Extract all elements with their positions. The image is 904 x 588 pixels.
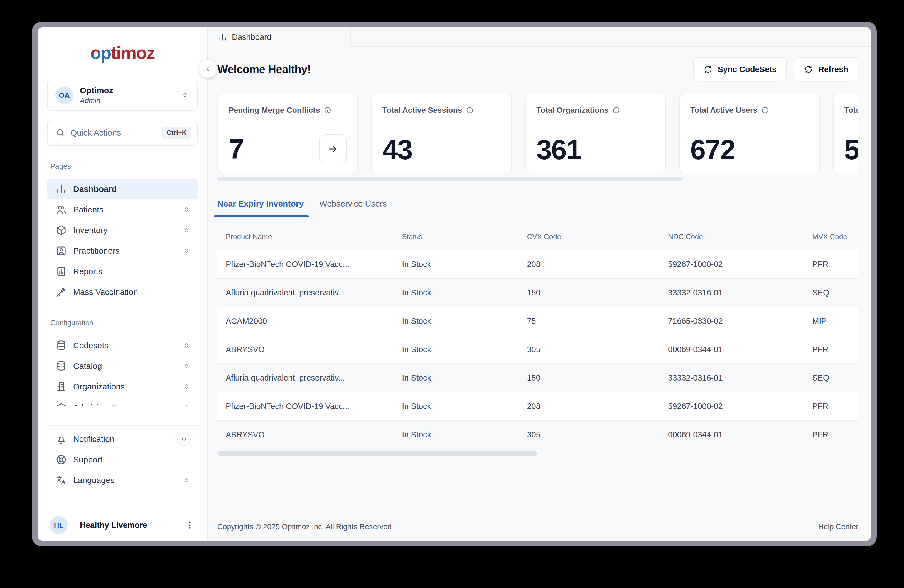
stat-card: Total Active Users 672 [679,93,820,174]
sidebar-item-label: Patients [73,205,176,214]
chevron-up-down-icon [182,476,191,484]
header-action-button[interactable]: Sync CodeSets [693,57,787,81]
cell-status: In Stock [394,345,518,354]
info-icon[interactable] [612,106,620,114]
sidebar-item-label: Codesets [73,341,176,350]
page-footer: Copyrights © 2025 Optimoz Inc. All Right… [217,523,858,541]
content-tab[interactable]: Near Expiry Inventory [217,199,303,209]
table-row[interactable]: ABRYSVO In Stock 305 00069-0344-01 PFR [217,335,858,364]
info-icon[interactable] [324,106,332,114]
info-icon[interactable] [466,106,474,114]
table-row[interactable]: Afluria quadrivalent, preservativ... In … [217,364,858,392]
workspace-selector[interactable]: OA Optimoz Admin [47,80,198,111]
bar-chart-icon [218,32,228,42]
scrollbar-thumb[interactable] [217,177,683,181]
cell-mvx-code: PFR [804,345,858,354]
database-icon [55,360,67,372]
optimoz-logo: optimoz [47,41,198,65]
quick-actions-search[interactable]: Quick Actions Ctrl+K [47,120,198,146]
cell-ndc-code: 33332-0316-01 [660,373,804,383]
sidebar-item[interactable]: Practitioners [47,240,198,261]
view-merge-conflicts-button[interactable] [319,134,347,163]
column-header: Product Name [217,232,394,241]
info-icon[interactable] [761,106,769,114]
sidebar-item[interactable]: Organizations [47,376,198,397]
help-center-link[interactable]: Help Center [818,523,858,531]
sidebar-item-label: Reports [73,267,191,276]
sidebar-footer-item[interactable]: Languages [47,470,198,490]
sidebar-collapse-button[interactable] [199,60,217,77]
sidebar-item-label: Practitioners [73,246,176,256]
header-action-button[interactable]: Refresh [794,57,858,81]
table-header-row: Product Name Status CVX Code NDC Code MV… [217,224,858,250]
header-action-label: Sync CodeSets [718,65,776,74]
cell-product-name: ABRYSVO [217,345,394,354]
workspace-name: Optimoz [80,86,174,95]
cell-ndc-code: 59267-1000-02 [660,260,804,269]
cell-product-name: ABRYSVO [217,430,394,439]
box-icon [55,224,67,236]
sidebar-item[interactable]: Codesets [47,335,198,356]
table-row[interactable]: Pfizer-BioNTech COVID-19 Vacc... In Stoc… [217,250,858,279]
stat-cards-row: Pending Merge Conflicts 7 [217,93,858,174]
sidebar-item[interactable]: Patients [47,199,198,220]
stat-card: Pending Merge Conflicts 7 [217,93,358,174]
cell-cvx-code: 305 [518,430,660,439]
table-row[interactable]: ABRYSVO In Stock 305 00069-0344-01 PFR [217,420,858,449]
divider [47,507,198,507]
page-title: Welcome Healthy! [217,63,311,76]
near-expiry-inventory-table: Product Name Status CVX Code NDC Code MV… [217,224,858,456]
logo-letter: p [101,43,111,63]
table-row[interactable]: Pfizer-BioNTech COVID-19 Vacc... In Stoc… [217,392,858,420]
stat-card-body: 361 [536,136,654,163]
stat-card-body: 5, [844,136,858,163]
bell-icon [55,433,67,445]
stat-card-body: 672 [690,136,809,163]
screen: { "colors": { "accent": "#2a66b5", "logo… [0,0,904,588]
sidebar-item[interactable]: Administration [47,397,198,406]
sidebar-item-label: Support [73,455,191,465]
user-avatar: HL [50,516,68,534]
users-icon [55,204,67,215]
sidebar-item[interactable]: Inventory [47,220,198,240]
sidebar-footer-item[interactable]: Support [47,449,198,470]
tab-bar: Dashboard [208,27,871,47]
content-tab[interactable]: Webservice Users [319,199,387,209]
column-header: Status [394,232,518,241]
id-card-icon [55,245,67,257]
stat-card-header: Total Organizations [536,106,654,115]
sync-icon [703,65,713,74]
stat-card: Total Active Sessions 43 [371,93,512,174]
sidebar-item[interactable]: Dashboard [47,179,198,199]
arrow-right-icon [327,143,338,155]
logo-letters: timoz [111,43,155,63]
chevron-up-down-icon [182,341,191,350]
stat-card-body: 7 [229,134,347,163]
cell-cvx-code: 150 [518,373,660,383]
chevron-up-down-icon [181,91,190,100]
sidebar-item[interactable]: Mass Vaccination [47,282,198,302]
stat-cards-scrollbar[interactable] [217,177,858,181]
kebab-menu-icon[interactable] [185,520,195,530]
app-window-content: optimoz OA Optimoz Admin Quick Actions C… [38,27,871,541]
user-menu[interactable]: HL Healthy Livemore [47,514,198,537]
sidebar-item[interactable]: Catalog [47,356,198,376]
sync-icon [804,65,813,74]
page-header: Welcome Healthy! Sync CodeSets Refresh [217,57,858,81]
sidebar-item-label: Dashboard [73,184,191,194]
table-row[interactable]: ACAM2000 In Stock 75 71665-0330-02 MIP [217,307,858,335]
sidebar-item[interactable]: Reports [47,261,198,282]
scrollbar-thumb[interactable] [217,451,537,456]
chevron-up-down-icon [182,247,191,255]
table-row[interactable]: Afluria quadrivalent, preservativ... In … [217,279,858,307]
layers-icon [55,401,67,406]
stat-value: 361 [536,136,581,163]
cell-mvx-code: PFR [804,402,858,411]
table-scrollbar[interactable] [217,451,858,456]
sidebar-footer-item[interactable]: Notification 0 [47,429,198,449]
sidebar-item-label: Languages [73,476,176,485]
tab-dashboard[interactable]: Dashboard [208,27,350,47]
cell-ndc-code: 59267-1000-02 [660,402,804,411]
cell-cvx-code: 150 [518,288,660,297]
cell-mvx-code: PFR [804,260,858,269]
